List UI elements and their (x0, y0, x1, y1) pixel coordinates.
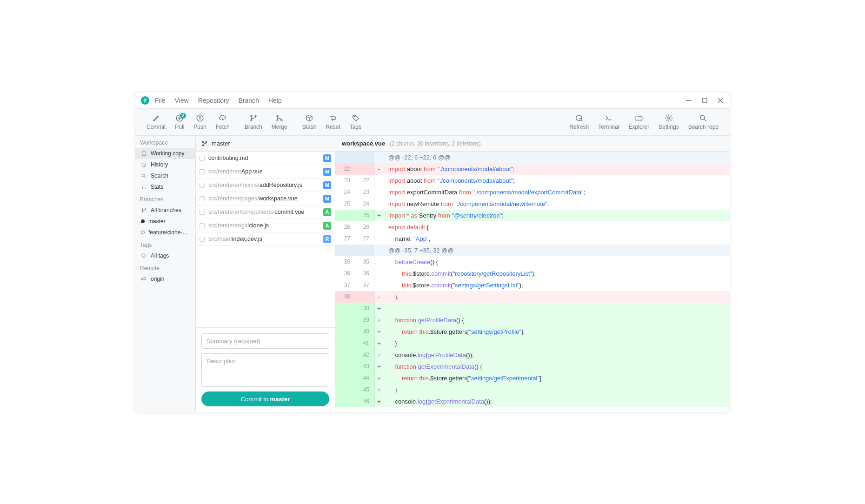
file-checkbox[interactable] (200, 156, 205, 161)
commit-button[interactable]: Commit to master (201, 391, 329, 406)
toolbar-refresh[interactable]: Refresh (565, 114, 593, 130)
sidebar-tags-title: Tags (135, 238, 195, 250)
sidebar-all-branches[interactable]: All branches (135, 205, 195, 216)
app-icon: ⇵ (141, 96, 149, 105)
diff-line: @@ -35, 7 +35, 32 @@ (335, 245, 730, 256)
toolbar-pull[interactable]: 2 Pull (170, 114, 189, 130)
diff-line: 3535 beforeCreate() { (335, 256, 730, 268)
file-row[interactable]: src/main/index.dev.js R (196, 232, 335, 246)
diff-line: 43+ function getExperimentalData() { (335, 361, 730, 372)
toolbar-merge[interactable]: Merge (267, 114, 292, 130)
dot-icon (141, 219, 145, 223)
branch-icon (141, 207, 147, 213)
sidebar-branches-title: Branches (135, 192, 195, 205)
sidebar-search[interactable]: Search (135, 170, 195, 181)
toolbar-pull-label: Pull (175, 124, 184, 130)
diff-line: 25+import * as Sentry from "@sentry/elec… (335, 210, 730, 221)
file-checkbox[interactable] (200, 210, 205, 215)
sidebar-origin-label: origin (151, 276, 164, 282)
svg-point-22 (202, 145, 203, 146)
sidebar-history-label: History (151, 161, 168, 168)
toolbar-stash[interactable]: Stash (298, 114, 321, 130)
file-row[interactable]: src/renderer/components/commit.vue A (196, 206, 335, 219)
diff-meta: (2 chunks, 20 insertions, 2 deletions) (390, 140, 480, 147)
sidebar-working-copy[interactable]: Working copy (135, 148, 195, 159)
file-checkbox[interactable] (200, 223, 205, 228)
file-path: src/renderer/git/clone.js (208, 222, 319, 229)
toolbar-branch[interactable]: Branch (240, 114, 267, 130)
toolbar-settings[interactable]: Settings (654, 114, 683, 130)
file-checkbox[interactable] (200, 237, 205, 242)
sidebar-origin[interactable]: origin (135, 273, 195, 285)
menu-repository[interactable]: Repository (198, 97, 229, 104)
sidebar-stats[interactable]: Stats (135, 181, 195, 192)
sidebar-workspace-title: Workspace (135, 136, 195, 148)
toolbar-search[interactable]: Search repo (684, 114, 723, 130)
sidebar-branch-feature[interactable]: feature/clone-re... (135, 227, 195, 238)
diff-body[interactable]: @@ -22, 6 +22, 6 @@22-import about from … (335, 152, 730, 412)
menu-file[interactable]: File (155, 97, 166, 104)
stats-icon (141, 184, 147, 190)
sidebar-all-tags[interactable]: All tags (135, 250, 195, 261)
commit-description-input[interactable] (201, 353, 329, 387)
file-checkbox[interactable] (200, 196, 205, 201)
toolbar-commit[interactable]: Commit (142, 114, 170, 130)
file-row[interactable]: src/renderer/git/clone.js A (196, 219, 335, 232)
diff-line: 42+ console.log(getProfileData()); (335, 349, 730, 361)
diff-filename: workspace.vue (342, 140, 385, 147)
toolbar-search-label: Search repo (688, 124, 719, 130)
svg-point-14 (700, 115, 705, 119)
file-row[interactable]: src/renderer/pages/workspace.vue M (196, 192, 335, 206)
search-icon (141, 173, 147, 179)
toolbar-terminal[interactable]: Terminal (593, 114, 624, 130)
menu-view[interactable]: View (175, 97, 189, 104)
toolbar-commit-label: Commit (146, 124, 166, 130)
toolbar-terminal-label: Terminal (598, 124, 619, 130)
file-status-badge: M (323, 168, 331, 176)
file-path: src/renderer/pages/workspace.vue (208, 195, 319, 202)
diff-line: 40+ return this.$store.getters["settings… (335, 326, 730, 338)
sidebar-history[interactable]: History (135, 159, 195, 170)
minimize-icon[interactable] (685, 97, 692, 104)
sidebar-branch-master[interactable]: master (135, 216, 195, 227)
sidebar-remote-title: Remote (135, 261, 195, 273)
diff-line: 39+ function getProfileData() { (335, 314, 730, 326)
gear-icon (665, 114, 673, 122)
sidebar-stats-label: Stats (151, 184, 163, 190)
tag-icon (352, 114, 360, 122)
file-icon (141, 151, 147, 157)
toolbar-reset[interactable]: Reset (321, 114, 345, 130)
menu-branch[interactable]: Branch (239, 97, 259, 104)
toolbar-branch-label: Branch (245, 124, 262, 130)
pull-badge: 2 (180, 113, 186, 119)
cloud-icon (141, 276, 147, 282)
toolbar-fetch[interactable]: Fetch (211, 114, 234, 130)
close-icon[interactable] (717, 97, 724, 104)
file-checkbox[interactable] (200, 183, 205, 188)
file-row[interactable]: contributing.md M (196, 152, 335, 165)
toolbar-tags[interactable]: Tags (345, 114, 366, 130)
toolbar-push[interactable]: Push (189, 114, 211, 130)
sidebar-all-tags-label: All tags (151, 252, 169, 259)
clock-icon (141, 162, 147, 168)
pencil-icon (152, 114, 160, 122)
toolbar-merge-label: Merge (272, 124, 287, 130)
diff-line: 3737 this.$store.commit("settings/getSet… (335, 279, 730, 291)
filepanel-header[interactable]: master (196, 136, 335, 152)
diff-line: 38+ (335, 303, 730, 314)
toolbar-explorer[interactable]: Explorer (624, 114, 654, 130)
maximize-icon[interactable] (701, 97, 708, 104)
toolbar-stash-label: Stash (302, 124, 317, 130)
commit-branch: master (270, 396, 290, 403)
svg-point-18 (142, 208, 143, 209)
file-row[interactable]: src/renderer/App.vue M (196, 165, 335, 179)
toolbar-refresh-label: Refresh (569, 124, 589, 130)
file-path: src/renderer/components/commit.vue (208, 209, 319, 215)
file-checkbox[interactable] (200, 169, 205, 174)
commit-summary-input[interactable] (201, 333, 329, 349)
ring-icon (141, 231, 145, 234)
cloud-down-icon (219, 114, 227, 122)
file-row[interactable]: src/renderer/mixins/addRepository.js M (196, 179, 335, 192)
menu-help[interactable]: Help (268, 97, 282, 104)
branch-icon (201, 140, 208, 147)
